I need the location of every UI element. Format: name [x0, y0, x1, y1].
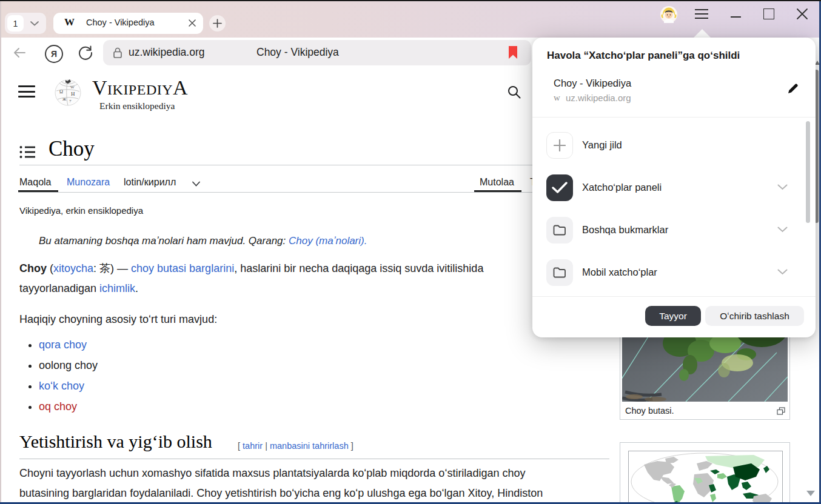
para2-line-1: Choyni tayyorlash uchun xomashyo sifatid…	[19, 467, 525, 480]
yandex-button[interactable]: Я	[45, 45, 63, 63]
back-button[interactable]	[12, 46, 27, 59]
new-tab-button[interactable]	[209, 15, 226, 31]
wiki-menu-button[interactable]	[18, 85, 35, 98]
url-page-title: Choy - Vikipediya	[256, 46, 339, 59]
hatnote: Bu atamaning boshqa maʼnolari ham mavjud…	[39, 235, 367, 247]
svg-text:W: W	[70, 85, 75, 90]
tab-maqola[interactable]: Maqola	[19, 177, 51, 188]
window-border-top	[0, 0, 821, 1]
done-button[interactable]: Tayyor	[645, 306, 701, 326]
list-item-qora-choy[interactable]: qora choy	[39, 339, 87, 351]
hatnote-link[interactable]: Choy (maʼnolari).	[289, 235, 367, 247]
popup-item-mobil-xatchoplar[interactable]: Mobil xatchoʻplar	[582, 267, 657, 278]
bullet-dot	[28, 406, 32, 409]
window-border-left	[0, 1, 1, 504]
link-choy-butasi[interactable]: choy butasi barglarini	[131, 262, 234, 274]
address-bar[interactable]: uz.wikipedia.org Choy - Vikipediya	[103, 40, 531, 65]
bookmark-favicon: w	[554, 93, 560, 103]
hatnote-text: Bu atamaning boshqa maʼnolari ham mavjud…	[39, 235, 289, 247]
refresh-button[interactable]	[78, 45, 93, 61]
popup-divider	[532, 117, 816, 118]
svg-text:Ж: Ж	[62, 97, 67, 102]
edit-source-link[interactable]: manbasini tahrirlash	[270, 441, 349, 451]
plus-icon	[554, 139, 566, 151]
checked-folder-icon[interactable]	[546, 174, 573, 201]
lead-bold: Choy	[19, 262, 47, 274]
chevron-down-icon[interactable]	[777, 269, 788, 275]
svg-text:7: 7	[69, 99, 72, 104]
link-ichimlik[interactable]: ichimlik	[99, 282, 135, 294]
folder-glyph	[553, 224, 566, 236]
section-heading: Yetishtirish va yigʻib olish	[19, 431, 212, 452]
chevron-down-icon[interactable]	[777, 184, 788, 190]
expand-thumbnail-icon[interactable]	[777, 407, 785, 415]
types-intro: Haqiqiy choyning asosiy toʻrt turi mavju…	[19, 313, 217, 326]
popup-pointer	[694, 29, 711, 38]
bookmark-flag-icon[interactable]	[508, 46, 518, 59]
section-divider	[19, 459, 609, 459]
tab-munozara[interactable]: Munozara	[67, 177, 110, 188]
list-item-oolong-choy: oolong choy	[39, 359, 98, 372]
page-subtitle: Vikipediya, erkin ensiklopediya	[19, 205, 143, 216]
wikipedia-logo[interactable]: Ω W H Ж 7	[53, 78, 82, 107]
close-window-button[interactable]	[796, 8, 808, 20]
plus-icon	[213, 19, 222, 28]
new-folder-icon[interactable]	[546, 132, 573, 159]
svg-text:H: H	[71, 91, 75, 97]
link-xitoycha[interactable]: xitoycha	[53, 262, 93, 274]
para2-line-2: butasining barglaridan foydalaniladi. Ch…	[19, 487, 543, 500]
tab-favicon: W	[64, 16, 75, 28]
edit-link[interactable]: tahrir	[243, 441, 263, 451]
browser-menu-button[interactable]	[695, 8, 709, 21]
lead-line-2: tayyorlanadigan ichimlik.	[19, 282, 138, 295]
tea-production-map-image	[629, 451, 781, 503]
popup-item-boshqa-bukmarklar[interactable]: Boshqa bukmarklar	[582, 224, 668, 236]
thumbnail-caption: Choy butasi.	[625, 406, 674, 416]
tab-variant-selector[interactable]: lotin/кирилл	[124, 177, 176, 188]
bookmark-url: uz.wikipedia.org	[566, 93, 631, 103]
folder-glyph	[553, 267, 566, 279]
minimize-button[interactable]	[731, 16, 741, 18]
popup-divider	[532, 296, 816, 297]
remove-bookmark-button[interactable]: Oʻchirib tashlash	[705, 306, 804, 326]
maximize-button[interactable]	[763, 8, 774, 19]
bullet-dot	[28, 365, 32, 368]
folder-icon[interactable]	[546, 259, 573, 286]
chevron-down-icon	[30, 21, 39, 26]
wiki-sitename[interactable]: VikipediyA	[92, 76, 188, 99]
list-item-oq-choy[interactable]: oq choy	[39, 400, 77, 413]
bullet-dot	[28, 344, 32, 347]
lock-icon	[113, 47, 122, 59]
bullet-dot	[28, 385, 32, 388]
list-item-kok-choy[interactable]: koʻk choy	[39, 380, 84, 393]
browser-tab[interactable]: W Choy - Vikipediya	[53, 13, 203, 34]
check-icon	[552, 182, 568, 194]
article-title: Choy	[49, 137, 95, 161]
svg-text:Ω: Ω	[59, 89, 63, 94]
tab-mutolaa[interactable]: Mutolaa	[480, 177, 514, 188]
wiki-site-subtitle: Erkin ensiklopediya	[99, 101, 175, 111]
tab-count-badge[interactable]: 1	[7, 15, 24, 31]
popup-title: Havola “Xatchoʻplar paneli”ga qoʻshildi	[547, 50, 740, 62]
yandex-glyph: Я	[51, 49, 57, 59]
popup-scrollbar-thumb[interactable]	[806, 121, 810, 223]
search-icon[interactable]	[507, 85, 521, 99]
bookmark-added-popup: Havola “Xatchoʻplar paneli”ga qoʻshildi …	[532, 38, 816, 337]
tab-group-button[interactable]: 1	[5, 13, 46, 34]
url-domain[interactable]: uz.wikipedia.org	[129, 46, 204, 59]
chevron-down-icon[interactable]	[777, 227, 788, 233]
chevron-down-icon[interactable]	[192, 181, 200, 187]
edit-section: [ tahrir | manbasini tahrirlash ]	[238, 441, 354, 451]
tea-map-thumbnail[interactable]	[620, 442, 790, 503]
profile-avatar[interactable]	[660, 6, 677, 23]
toc-icon[interactable]	[19, 145, 35, 159]
bookmark-title: Choy - Vikipediya	[554, 78, 631, 89]
lead-line-1: Choy (xitoycha: 茶) — choy butasi barglar…	[19, 261, 483, 276]
tab-title: Choy - Vikipediya	[86, 18, 155, 27]
edit-bookmark-icon[interactable]	[786, 82, 800, 95]
folder-icon[interactable]	[546, 217, 573, 244]
popup-item-yangi-jild[interactable]: Yangi jild	[582, 139, 622, 151]
scrollbar-down-arrow[interactable]	[806, 491, 815, 496]
tab-close-icon[interactable]	[188, 19, 196, 27]
popup-item-xatchoplar-paneli[interactable]: Xatchoʻplar paneli	[582, 182, 662, 193]
